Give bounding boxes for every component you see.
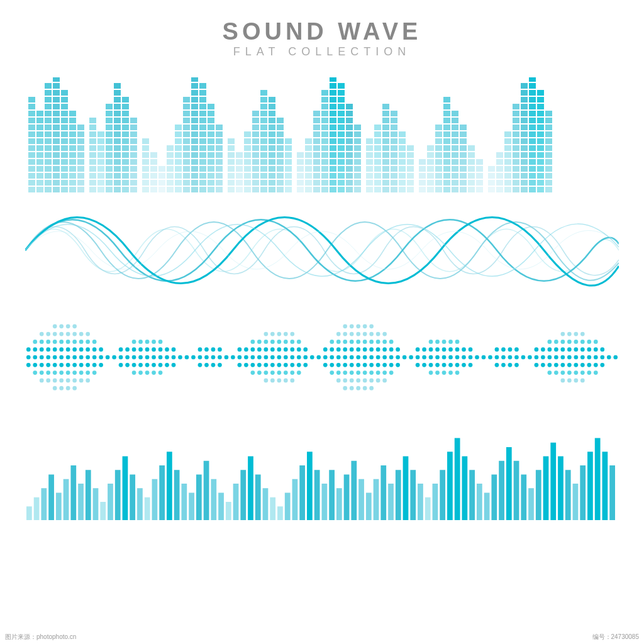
sine-container	[25, 206, 619, 294]
equalizer-container	[25, 77, 619, 194]
sine-wave-svg	[25, 209, 619, 291]
watermark-left: 图片来源：photophoto.cn	[5, 633, 76, 641]
sine-wave-section	[25, 206, 619, 294]
watermark-right: 编号：24730085	[592, 633, 640, 641]
dot-wave-section	[25, 307, 619, 410]
page-container: SOUND WAVE FLAT COLLECTION	[0, 0, 644, 644]
watermark: 图片来源：photophoto.cn 编号：24730085	[0, 633, 644, 641]
bar-chart-canvas	[25, 423, 619, 523]
sub-title: FLAT COLLECTION	[223, 45, 422, 58]
dot-wave-canvas	[25, 307, 619, 408]
title-section: SOUND WAVE FLAT COLLECTION	[223, 19, 422, 58]
bar-chart-section	[25, 423, 619, 526]
main-title: SOUND WAVE	[223, 19, 422, 45]
equalizer-section	[25, 77, 619, 194]
equalizer-canvas	[25, 77, 619, 194]
